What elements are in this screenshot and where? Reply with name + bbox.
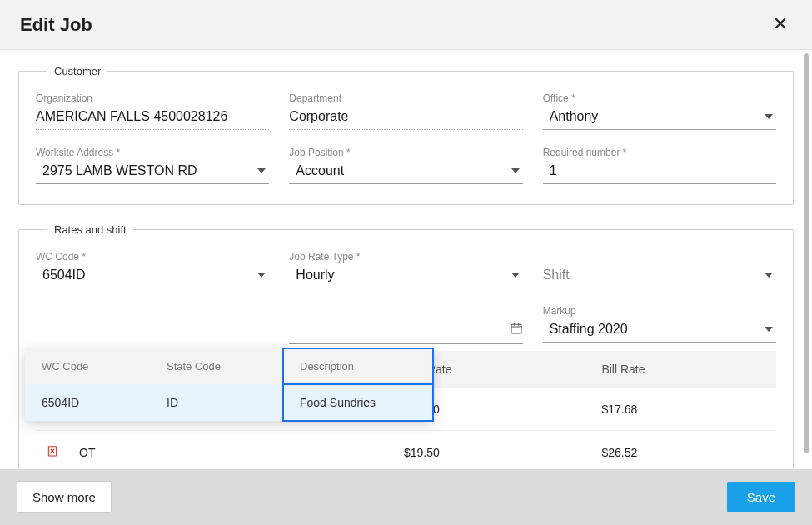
position-select[interactable]: Account [289, 160, 522, 184]
customer-section: Customer Organization AMERICAN FALLS 450… [18, 65, 794, 205]
calendar-icon[interactable] [510, 322, 523, 338]
rates-th-bill: Bill Rate [591, 351, 776, 388]
required-number-input[interactable]: 1 [543, 160, 776, 184]
office-select[interactable]: Anthony [543, 106, 776, 130]
spacer-field [36, 305, 269, 344]
bill-cell: $26.52 [591, 431, 776, 470]
department-field: Department Corporate [289, 92, 522, 130]
wc-code-label: WC Code * [36, 251, 269, 262]
markup-label: Markup [543, 305, 776, 317]
chevron-down-icon [765, 272, 773, 278]
job-rate-type-label: Job Rate Type * [289, 251, 522, 262]
markup-select[interactable]: Staffing 2020 [543, 318, 776, 342]
worksite-value: 2975 LAMB WESTON RD [36, 163, 257, 178]
rates-legend: Rates and shift [47, 223, 133, 236]
job-rate-type-select[interactable]: Hourly [289, 264, 522, 288]
wc-dropdown-header-desc: Description [283, 348, 433, 384]
markup-value: Staffing 2020 [543, 322, 765, 337]
position-label: Job Position * [289, 147, 522, 158]
rates-section: Rates and shift WC Code * 6504ID Job Rat… [18, 223, 794, 469]
organization-field: Organization AMERICAN FALLS 4500028126 [36, 92, 269, 130]
start-date-label [289, 305, 522, 317]
chevron-down-icon [765, 327, 773, 332]
wc-code-select[interactable]: 6504ID [36, 264, 269, 288]
table-row: OT $19.50 $26.52 [36, 431, 776, 470]
modal-header: Edit Job [0, 0, 812, 50]
close-icon [772, 22, 789, 34]
organization-label: Organization [36, 92, 269, 104]
worksite-field: Worksite Address * 2975 LAMB WESTON RD [36, 147, 269, 184]
organization-input-wrap[interactable]: AMERICAN FALLS 4500028126 [36, 106, 269, 130]
chevron-down-icon [511, 272, 520, 278]
customer-legend: Customer [47, 65, 107, 78]
office-value: Anthony [543, 109, 765, 124]
position-field: Job Position * Account [289, 147, 522, 184]
wc-code-field: WC Code * 6504ID [36, 251, 269, 288]
position-value: Account [289, 163, 511, 178]
required-number-label: Required number * [543, 147, 776, 158]
required-number-value: 1 [543, 163, 776, 178]
worksite-select[interactable]: 2975 LAMB WESTON RD [36, 160, 269, 184]
modal-body: Customer Organization AMERICAN FALLS 450… [0, 50, 812, 469]
shift-label [543, 251, 776, 262]
modal-title: Edit Job [20, 14, 92, 36]
shift-value: Shift [543, 268, 765, 282]
department-label: Department [289, 92, 522, 104]
organization-value: AMERICAN FALLS 4500028126 [36, 109, 269, 124]
bill-cell: $17.68 [591, 388, 776, 431]
wc-dropdown-header-code: WC Code [25, 348, 150, 384]
shift-field: Shift [543, 251, 776, 288]
job-rate-type-field: Job Rate Type * Hourly [289, 251, 522, 288]
modal-footer: Show more Save [0, 469, 812, 525]
start-date-field [289, 305, 522, 344]
chevron-down-icon [765, 114, 773, 119]
wc-dropdown-row-desc: Food Sundries [283, 384, 433, 421]
chevron-down-icon [511, 168, 520, 173]
department-value: Corporate [289, 109, 522, 124]
wc-code-value: 6504ID [36, 268, 257, 282]
save-button[interactable]: Save [727, 482, 795, 512]
start-date-input[interactable] [289, 318, 522, 344]
chevron-down-icon [257, 168, 266, 173]
markup-field: Markup Staffing 2020 [543, 305, 776, 344]
office-field: Office * Anthony [543, 92, 776, 130]
wc-dropdown-row-code: 6504ID [25, 384, 150, 421]
chevron-down-icon [257, 272, 266, 278]
wc-dropdown-header-state: State Code [150, 348, 283, 384]
show-more-button[interactable]: Show more [17, 481, 112, 513]
pay-cell: $19.50 [394, 431, 591, 470]
wc-dropdown-header: WC Code State Code Description [25, 348, 433, 384]
worksite-label: Worksite Address * [36, 147, 269, 158]
wc-dropdown-row-state: ID [150, 384, 283, 421]
department-input-wrap[interactable]: Corporate [289, 106, 522, 130]
svg-rect-0 [511, 324, 521, 333]
wc-code-dropdown[interactable]: WC Code State Code Description 6504ID ID… [25, 348, 433, 421]
job-rate-type-value: Hourly [289, 268, 511, 282]
required-number-field: Required number * 1 [543, 147, 776, 184]
txn-cell: OT [69, 431, 394, 470]
close-button[interactable] [769, 12, 792, 38]
wc-dropdown-row[interactable]: 6504ID ID Food Sundries [25, 384, 433, 421]
office-label: Office * [543, 92, 776, 104]
edit-job-modal: Edit Job Customer Organization AMERICAN … [0, 0, 812, 525]
delete-row-button[interactable] [46, 444, 59, 458]
shift-select[interactable]: Shift [543, 264, 776, 288]
